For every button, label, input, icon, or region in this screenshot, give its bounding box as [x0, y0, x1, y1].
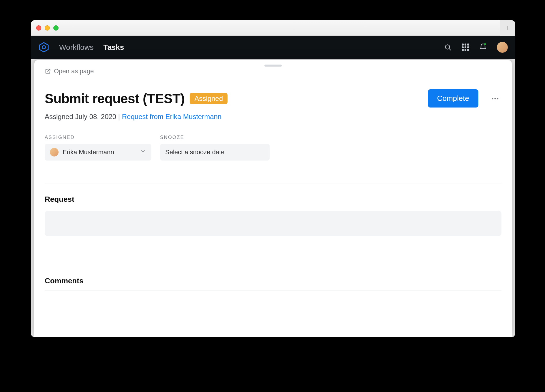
divider [45, 291, 501, 291]
assignee-avatar [50, 148, 59, 157]
open-as-page-label: Open as page [54, 67, 94, 75]
request-link[interactable]: Request from Erika Mustermann [122, 113, 221, 120]
request-content-box [45, 211, 501, 236]
task-sheet: Open as page Submit request (TEST) Assig… [34, 60, 512, 337]
mac-window: Workflows Tasks Open as page Submit requ… [31, 20, 515, 337]
divider [45, 184, 501, 184]
sheet-drag-handle[interactable] [264, 65, 282, 67]
task-fields: ASSIGNED Erika Mustermann SNOOZE Select … [45, 135, 501, 161]
plus-icon [505, 25, 511, 31]
task-header: Submit request (TEST) Assigned Complete [45, 89, 501, 108]
traffic-lights [36, 25, 59, 31]
snooze-field: SNOOZE Select a snooze date [160, 135, 270, 161]
svg-point-3 [492, 98, 493, 99]
new-tab-button[interactable] [500, 20, 515, 36]
snooze-label: SNOOZE [160, 135, 270, 140]
complete-button[interactable]: Complete [428, 89, 478, 108]
more-horizontal-icon [491, 94, 499, 103]
chevron-down-icon [140, 148, 146, 156]
titlebar [31, 20, 515, 36]
assigned-date-text: Assigned July 08, 2020 | [45, 113, 122, 120]
assigned-label: ASSIGNED [45, 135, 151, 140]
svg-point-4 [495, 98, 496, 99]
comments-section-title: Comments [45, 276, 501, 285]
window-zoom-button[interactable] [53, 25, 59, 31]
snooze-select[interactable]: Select a snooze date [160, 144, 270, 161]
window-close-button[interactable] [36, 25, 41, 31]
status-badge: Assigned [190, 93, 228, 104]
svg-point-5 [497, 98, 498, 99]
window-minimize-button[interactable] [45, 25, 50, 31]
external-link-icon [45, 68, 51, 74]
snooze-placeholder: Select a snooze date [165, 148, 224, 156]
task-subline: Assigned July 08, 2020 | Request from Er… [45, 113, 501, 121]
more-actions-button[interactable] [489, 92, 501, 105]
task-title: Submit request (TEST) [45, 91, 185, 106]
request-section-title: Request [45, 195, 501, 204]
assigned-field: ASSIGNED Erika Mustermann [45, 135, 151, 161]
assignee-select[interactable]: Erika Mustermann [45, 144, 151, 161]
assignee-name: Erika Mustermann [63, 148, 114, 156]
open-as-page-button[interactable]: Open as page [45, 67, 94, 75]
